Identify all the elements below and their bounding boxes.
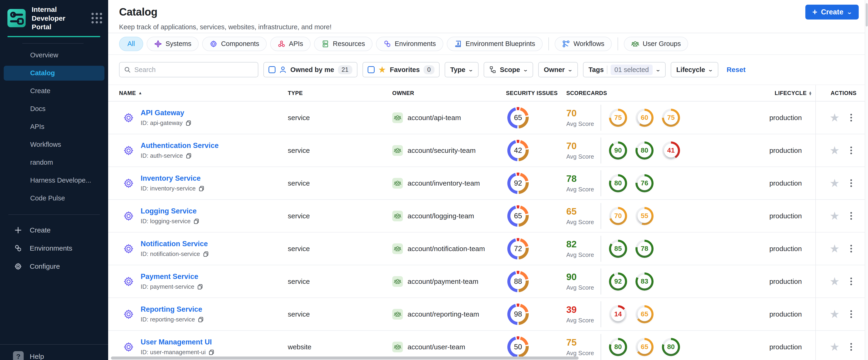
tags-dropdown[interactable]: Tags 01 selected ⌄ — [583, 62, 665, 77]
scope-dropdown[interactable]: Scope⌄ — [484, 62, 533, 77]
favorites-checkbox[interactable] — [368, 66, 375, 73]
kebab-menu-icon[interactable] — [848, 243, 854, 254]
sidebar-bottom-item-environments[interactable]: Environments — [0, 239, 108, 257]
avg-score-caption: Avg Score — [566, 284, 601, 291]
owner-name: account/reporting-team — [407, 310, 479, 318]
entity-name-link[interactable]: Inventory Service — [141, 174, 205, 183]
owned-by-me-filter[interactable]: Owned by me 21 — [264, 62, 358, 77]
horizontal-scrollbar-thumb[interactable] — [111, 357, 579, 360]
owned-by-me-checkbox[interactable] — [269, 66, 276, 73]
sidebar-item-help[interactable]: ? Help — [0, 345, 108, 360]
kebab-menu-icon[interactable] — [848, 210, 854, 221]
favorite-star-icon[interactable]: ★ — [830, 112, 839, 123]
scorecard-ring: 80 — [609, 338, 627, 356]
favorite-star-icon[interactable]: ★ — [830, 243, 839, 254]
tags-selected-chip: 01 selected — [611, 65, 652, 75]
table-body: API Gateway ID: api-gateway service — [108, 101, 868, 360]
brand-title: Internal Developer Portal — [32, 5, 86, 31]
column-header-lifecycle[interactable]: LIFECYCLE ▲▼ — [719, 90, 815, 96]
type-cell: service — [288, 277, 392, 286]
entity-name-link[interactable]: Reporting Service — [141, 305, 204, 313]
column-header-name[interactable]: NAME▲ — [108, 90, 288, 96]
sidebar-item-workflows[interactable]: Workflows — [4, 137, 104, 152]
vertical-scrollbar[interactable] — [865, 0, 868, 360]
actions-cell: ★ — [815, 233, 868, 265]
actions-cell: ★ — [815, 167, 868, 199]
vertical-scrollbar-thumb[interactable] — [866, 3, 868, 27]
type-cell: service — [288, 147, 392, 154]
share-icon — [278, 40, 285, 48]
owner-cell: account/inventory-team — [392, 178, 506, 188]
type-cell: service — [288, 212, 392, 220]
copy-icon[interactable] — [193, 218, 199, 224]
tab-workflows[interactable]: Workflows — [555, 37, 612, 51]
copy-icon[interactable] — [198, 186, 205, 191]
team-icon — [392, 342, 403, 352]
kebab-menu-icon[interactable] — [848, 308, 854, 320]
type-dropdown[interactable]: Type⌄ — [445, 62, 478, 77]
entity-name-link[interactable]: Authentication Service — [141, 142, 219, 150]
team-icon — [392, 145, 403, 156]
sidebar-item-overview[interactable]: Overview — [4, 48, 104, 63]
stack-icon — [321, 40, 329, 48]
lifecycle-dropdown[interactable]: Lifecycle⌄ — [671, 62, 718, 77]
tab-apis[interactable]: APIs — [270, 37, 311, 51]
entity-name-link[interactable]: Notification Service — [141, 240, 209, 248]
owner-dropdown[interactable]: Owner⌄ — [538, 62, 578, 77]
sidebar-item-apis[interactable]: APIs — [4, 119, 104, 134]
tab-systems[interactable]: Systems — [147, 37, 199, 51]
sidebar-item-catalog[interactable]: Catalog — [4, 66, 104, 81]
copy-icon[interactable] — [197, 284, 203, 290]
favorite-star-icon[interactable]: ★ — [830, 341, 839, 353]
tab-all[interactable]: All — [119, 37, 143, 51]
sidebar-item-code-pulse[interactable]: Code Pulse — [4, 191, 104, 206]
chevron-down-icon: ⌄ — [708, 67, 713, 73]
help-icon: ? — [13, 351, 24, 360]
entity-name-link[interactable]: API Gateway — [141, 109, 191, 117]
create-button[interactable]: + Create ⌄ — [805, 5, 859, 20]
search-box[interactable] — [119, 62, 258, 77]
tab-user-groups[interactable]: User Groups — [624, 37, 688, 51]
entity-name-link[interactable]: User Management UI — [141, 338, 214, 346]
favorite-star-icon[interactable]: ★ — [830, 145, 839, 156]
copy-icon[interactable] — [185, 120, 191, 126]
sidebar-item-create[interactable]: Create — [4, 84, 104, 98]
service-gear-icon — [123, 341, 134, 353]
kebab-menu-icon[interactable] — [848, 276, 854, 287]
favorite-star-icon[interactable]: ★ — [830, 210, 839, 221]
kebab-menu-icon[interactable] — [848, 112, 854, 123]
kebab-menu-icon[interactable] — [848, 177, 854, 189]
tab-environments[interactable]: Environments — [376, 37, 443, 51]
tab-resources[interactable]: Resources — [314, 37, 372, 51]
gear-icon — [13, 263, 23, 270]
scorecards-cell: 75Avg Score 806580 — [566, 334, 719, 360]
avg-score: 65Avg Score — [566, 206, 601, 226]
copy-icon[interactable] — [186, 153, 192, 159]
sidebar-item-harness-develope-[interactable]: Harness Develope... — [4, 173, 104, 188]
security-cell: 98 — [506, 304, 566, 325]
sidebar-item-random[interactable]: random — [4, 155, 104, 170]
entity-name-link[interactable]: Payment Service — [141, 272, 203, 281]
kebab-menu-icon[interactable] — [848, 341, 854, 353]
copy-icon[interactable] — [209, 349, 214, 355]
type-cell: website — [288, 343, 392, 351]
service-gear-icon — [123, 309, 134, 320]
sidebar-bottom-item-create[interactable]: Create — [0, 221, 108, 239]
users-icon — [631, 40, 639, 48]
favorite-star-icon[interactable]: ★ — [830, 178, 839, 189]
search-input[interactable] — [134, 66, 253, 73]
favorite-star-icon[interactable]: ★ — [830, 309, 839, 320]
reset-filters-link[interactable]: Reset — [727, 66, 746, 73]
app-grid-icon[interactable] — [91, 13, 102, 24]
page-header: Catalog Keep track of applications, serv… — [108, 0, 868, 33]
kebab-menu-icon[interactable] — [848, 145, 854, 156]
favorite-star-icon[interactable]: ★ — [830, 276, 839, 287]
copy-icon[interactable] — [198, 317, 204, 323]
tab-environment-blueprints[interactable]: Environment Blueprints — [447, 37, 542, 51]
sidebar-item-docs[interactable]: Docs — [4, 101, 104, 116]
copy-icon[interactable] — [203, 251, 209, 257]
sidebar-bottom-item-configure[interactable]: Configure — [0, 257, 108, 275]
favorites-filter[interactable]: ★ Favorites 0 — [363, 62, 440, 77]
tab-components[interactable]: Components — [202, 37, 267, 51]
entity-name-link[interactable]: Logging Service — [141, 207, 199, 215]
